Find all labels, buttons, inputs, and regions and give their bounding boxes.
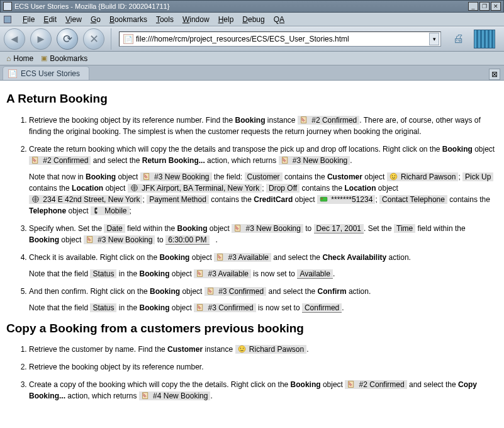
- field-customer: Customer: [245, 172, 283, 181]
- field-status: Status: [90, 303, 116, 312]
- note-icon: [347, 380, 356, 388]
- field-status: Status: [90, 269, 116, 278]
- note-icon: [281, 156, 289, 164]
- field-payment: Payment Method: [147, 195, 209, 204]
- face-icon: [389, 172, 398, 181]
- menu-tools[interactable]: Tools: [156, 15, 174, 24]
- menu-window[interactable]: Window: [182, 15, 210, 24]
- object-customer: Richard Pawson: [235, 345, 307, 354]
- object-location: JFK Airport, BA Terminal, New York: [128, 184, 262, 193]
- object-booking: #3 New Booking: [232, 224, 303, 233]
- list-item: Create a copy of the booking which will …: [29, 379, 496, 402]
- url-dropdown-button[interactable]: ▾: [429, 33, 439, 45]
- field-pickup: Pick Up: [462, 172, 493, 181]
- print-button[interactable]: 🖨: [450, 30, 468, 47]
- page-content[interactable]: A Return Booking Retrieve the booking ob…: [0, 81, 504, 428]
- back-button[interactable]: ◄: [4, 28, 25, 50]
- field-contact: Contact Telephone: [379, 195, 447, 204]
- value-available: Available: [297, 269, 332, 279]
- note-icon: [196, 303, 204, 312]
- url-bar[interactable]: 📄 ▾: [119, 31, 441, 47]
- list-item: Retrieve the booking object by its refer…: [29, 361, 496, 373]
- window-titlebar: ECS User Stories - Mozilla {Build ID: 20…: [0, 0, 504, 13]
- personal-toolbar: ⌂Home ▣Bookmarks: [0, 52, 504, 65]
- mozilla-icon: [4, 16, 11, 23]
- phone-icon: [93, 206, 101, 215]
- globe-icon: [130, 184, 138, 192]
- app-icon: [3, 2, 12, 11]
- object-telephone: Mobile: [91, 206, 130, 215]
- face-icon: [238, 345, 246, 353]
- window-title: ECS User Stories - Mozilla {Build ID: 20…: [14, 3, 467, 10]
- field-dropoff: Drop Off: [266, 184, 300, 193]
- menu-go[interactable]: Go: [91, 15, 101, 24]
- object-booking: #4 New Booking: [139, 391, 211, 400]
- page-icon: 📄: [8, 69, 17, 78]
- note-icon: [300, 116, 308, 124]
- note-icon: [207, 287, 215, 295]
- value-time: 6:30:00 PM: [165, 235, 209, 245]
- list-item: And then confirm. Right click on the Boo…: [29, 286, 496, 313]
- object-booking: #2 Confirmed: [298, 116, 359, 125]
- value-confirmed: Confirmed: [302, 303, 342, 313]
- object-booking: #3 Confirmed: [194, 303, 255, 312]
- url-input[interactable]: [136, 33, 429, 45]
- page-icon: 📄: [123, 34, 133, 44]
- menu-qa[interactable]: QA: [274, 15, 284, 24]
- toolbar-bookmarks-button[interactable]: ▣Bookmarks: [41, 54, 87, 63]
- object-booking: #3 Available: [214, 253, 271, 262]
- navigation-toolbar: ◄ ► ⟳ ✕ 📄 ▾ 🖨: [0, 26, 504, 52]
- field-date: Date: [104, 224, 125, 233]
- note-icon: [196, 269, 204, 278]
- menu-debug[interactable]: Debug: [242, 15, 264, 24]
- tab-bar: 📄 ECS User Stories ⊠: [0, 65, 504, 81]
- object-booking: #2 Confirmed: [345, 380, 406, 389]
- home-icon: ⌂: [6, 54, 11, 63]
- menu-help[interactable]: Help: [218, 15, 234, 24]
- note-icon: [86, 235, 94, 244]
- note-icon: [143, 172, 151, 181]
- object-booking: #3 New Booking: [279, 156, 350, 165]
- list-item: Retrieve the customer by name. Find the …: [29, 344, 496, 355]
- menu-bookmarks[interactable]: Bookmarks: [109, 15, 147, 24]
- list-item: Retrieve the booking object by its refer…: [29, 115, 496, 137]
- heading-copy-booking: Copy a Booking from a customers previous…: [6, 320, 496, 338]
- forward-button[interactable]: ►: [30, 28, 52, 50]
- note-icon: [216, 253, 225, 261]
- object-location: 234 E 42nd Street, New York: [29, 195, 142, 204]
- field-time: Time: [394, 224, 415, 233]
- note-icon: [142, 391, 150, 400]
- menu-file[interactable]: File: [23, 15, 35, 24]
- object-booking: #2 Confirmed: [29, 156, 91, 165]
- menu-edit[interactable]: Edit: [43, 15, 57, 24]
- value-date: Dec 17, 2001: [314, 224, 364, 234]
- toolbar-home-button[interactable]: ⌂Home: [6, 54, 33, 63]
- tab-active[interactable]: 📄 ECS User Stories: [3, 66, 89, 80]
- note-icon: [31, 156, 40, 164]
- window-minimize-button[interactable]: _: [468, 2, 478, 11]
- object-booking: #3 Available: [194, 269, 251, 278]
- object-booking: #3 Confirmed: [204, 287, 266, 296]
- globe-icon: [31, 195, 40, 203]
- throbber-icon: [474, 30, 495, 48]
- window-close-button[interactable]: ✕: [491, 2, 501, 11]
- menu-bar: File Edit View Go Bookmarks Tools Window…: [0, 13, 504, 26]
- tab-label: ECS User Stories: [21, 69, 80, 78]
- heading-return-booking: A Return Booking: [6, 90, 496, 108]
- card-icon: [320, 195, 328, 203]
- tab-close-button[interactable]: ⊠: [489, 69, 500, 80]
- menu-view[interactable]: View: [65, 15, 82, 24]
- stop-button[interactable]: ✕: [83, 28, 104, 50]
- note-icon: [234, 224, 242, 232]
- list-item: Specify when. Set the Date field within …: [29, 223, 496, 245]
- reload-button[interactable]: ⟳: [57, 28, 78, 50]
- object-customer: Richard Pawson: [387, 172, 459, 181]
- folder-icon: ▣: [41, 54, 47, 62]
- object-booking: #3 New Booking: [84, 235, 155, 244]
- object-creditcard: *******51234: [317, 195, 375, 204]
- object-booking: #3 New Booking: [140, 172, 212, 181]
- list-item: Create the return booking which will cop…: [29, 144, 496, 217]
- window-maximize-button[interactable]: ❐: [479, 2, 490, 11]
- list-item: Check it is available. Right click on th…: [29, 252, 496, 279]
